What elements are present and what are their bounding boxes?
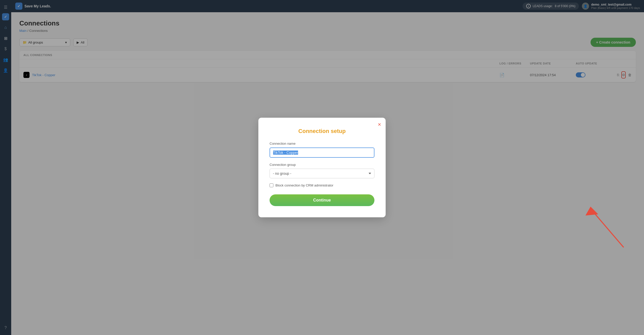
connection-group-select[interactable]: - no group -	[270, 169, 374, 178]
connection-name-input[interactable]	[270, 148, 374, 158]
connection-name-label: Connection name	[270, 142, 374, 145]
connection-group-group: Connection group - no group -	[270, 163, 374, 178]
connection-setup-modal: × Connection setup Connection name Conne…	[258, 118, 386, 217]
block-connection-row: Block connection by CRM administrator	[270, 183, 374, 187]
connection-group-label: Connection group	[270, 163, 374, 167]
block-connection-label: Block connection by CRM administrator	[275, 183, 333, 187]
connection-name-group: Connection name	[270, 142, 374, 158]
modal-close-button[interactable]: ×	[378, 122, 381, 127]
modal-overlay[interactable]: × Connection setup Connection name Conne…	[0, 0, 644, 335]
block-connection-checkbox[interactable]	[270, 183, 273, 187]
modal-title: Connection setup	[270, 128, 374, 135]
continue-button[interactable]: Continue	[270, 194, 374, 206]
